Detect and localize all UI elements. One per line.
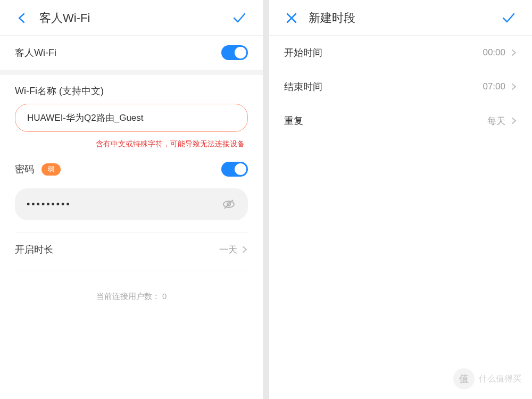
confirm-icon[interactable] — [231, 10, 248, 27]
guest-wifi-screen: 客人Wi-Fi 客人Wi-Fi Wi-Fi名称 (支持中文) HUAWEI-华为… — [0, 0, 263, 399]
end-time-row[interactable]: 结束时间 07:00 — [269, 70, 532, 104]
password-row: 密码 弱 — [0, 154, 263, 184]
page-title: 客人Wi-Fi — [39, 10, 231, 26]
new-period-screen: 新建时段 开始时间 00:00 结束时间 07:00 重复 每天 值 什么值得买 — [269, 0, 532, 399]
start-time-value: 00:00 — [483, 47, 505, 58]
guest-wifi-toggle-row: 客人Wi-Fi — [0, 36, 263, 70]
start-time-row[interactable]: 开始时间 00:00 — [269, 36, 532, 70]
duration-value: 一天 — [219, 244, 237, 256]
connected-count: 0 — [162, 292, 167, 301]
password-masked: ••••••••• — [27, 199, 221, 210]
repeat-row[interactable]: 重复 每天 — [269, 104, 532, 138]
repeat-label: 重复 — [284, 114, 487, 127]
page-title: 新建时段 — [309, 10, 500, 26]
close-icon[interactable] — [284, 11, 299, 26]
back-icon[interactable] — [15, 11, 30, 26]
duration-label: 开启时长 — [15, 243, 219, 256]
wifi-name-input[interactable]: HUAWEI-华为Q2路由_Guest — [15, 104, 248, 132]
watermark-badge: 值 — [453, 368, 475, 389]
eye-off-icon[interactable] — [221, 197, 236, 212]
watermark-text: 什么值得买 — [479, 373, 521, 385]
start-time-label: 开始时间 — [284, 46, 483, 59]
chevron-right-icon — [511, 84, 517, 90]
header: 新建时段 — [269, 0, 532, 36]
confirm-icon[interactable] — [500, 10, 517, 27]
wifi-name-warning: 含有中文或特殊字符，可能导致无法连接设备 — [0, 136, 263, 154]
end-time-label: 结束时间 — [284, 80, 483, 93]
chevron-right-icon — [511, 49, 517, 56]
duration-row[interactable]: 开启时长 一天 — [0, 232, 263, 267]
wifi-name-label: Wi-Fi名称 (支持中文) — [0, 75, 263, 99]
password-label: 密码 — [15, 163, 34, 176]
chevron-right-icon — [511, 118, 517, 124]
connected-label: 当前连接用户数： — [96, 292, 160, 301]
section-gap — [0, 70, 263, 75]
password-input[interactable]: ••••••••• — [15, 188, 248, 220]
guest-wifi-toggle[interactable] — [221, 45, 248, 60]
password-toggle[interactable] — [221, 162, 248, 177]
watermark: 值 什么值得买 — [453, 368, 521, 389]
password-input-wrap: ••••••••• — [0, 184, 263, 229]
header: 客人Wi-Fi — [0, 0, 263, 36]
password-strength-badge: 弱 — [41, 163, 61, 176]
repeat-value: 每天 — [487, 115, 505, 127]
connected-users: 当前连接用户数： 0 — [0, 270, 263, 323]
end-time-value: 07:00 — [483, 81, 505, 92]
wifi-name-input-wrap: HUAWEI-华为Q2路由_Guest — [0, 99, 263, 136]
chevron-right-icon — [242, 246, 248, 253]
guest-wifi-label: 客人Wi-Fi — [15, 46, 221, 59]
